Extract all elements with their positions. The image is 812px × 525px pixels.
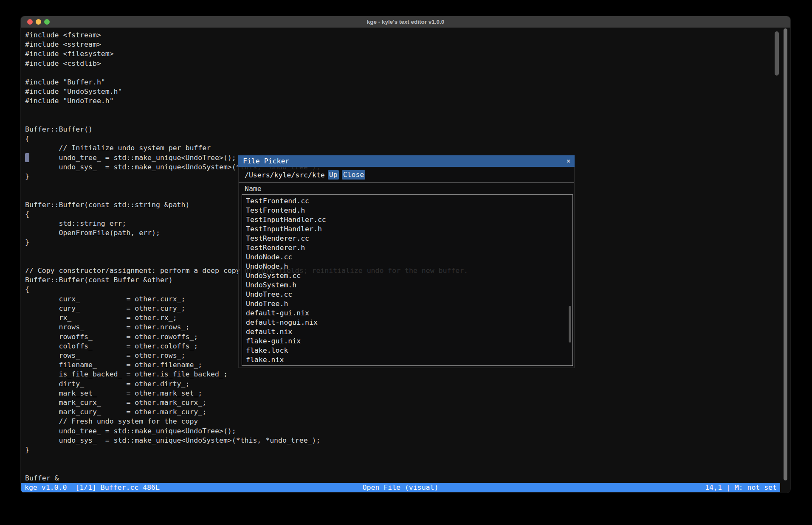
file-list[interactable]: TestFrontend.ccTestFrontend.hTestInputHa…: [242, 194, 573, 366]
list-item[interactable]: default.nix: [242, 327, 572, 337]
list-item[interactable]: UndoSystem.h: [242, 281, 572, 290]
up-button[interactable]: Up: [328, 170, 339, 180]
list-item[interactable]: TestInputHandler.cc: [242, 215, 572, 225]
editor-window: kge - kyle's text editor v1.0.0 #include…: [20, 16, 791, 493]
list-item[interactable]: TestFrontend.h: [242, 206, 572, 215]
list-item[interactable]: flake.nix: [242, 355, 572, 365]
list-item[interactable]: flake.lock: [242, 346, 572, 355]
list-item[interactable]: TestInputHandler.h: [242, 225, 572, 234]
list-item[interactable]: UndoSystem.cc: [242, 271, 572, 281]
list-scrollbar-thumb[interactable]: [569, 306, 571, 343]
list-item[interactable]: UndoTree.h: [242, 299, 572, 309]
list-item[interactable]: flake-gui.nix: [242, 337, 572, 346]
window-scrollbar-thumb[interactable]: [784, 28, 787, 480]
text-cursor: [25, 153, 29, 162]
window-title: kge - kyle's text editor v1.0.0: [21, 16, 790, 28]
window-titlebar[interactable]: kge - kyle's text editor v1.0.0: [21, 16, 790, 28]
close-button[interactable]: Close: [342, 170, 366, 180]
list-item[interactable]: TestRenderer.h: [242, 243, 572, 253]
list-item[interactable]: UndoTree.cc: [242, 290, 572, 299]
status-mode: Open File (visual): [21, 483, 780, 492]
editor-scrollbar-thumb[interactable]: [775, 31, 779, 76]
desktop: kge - kyle's text editor v1.0.0 #include…: [0, 0, 812, 525]
status-cursor-position: 14,1 | M: not set: [705, 483, 777, 492]
list-item[interactable]: TestRenderer.cc: [242, 234, 572, 243]
path-row: /Users/kyle/src/kte Up Close: [239, 167, 574, 182]
list-item[interactable]: UndoNode.h: [242, 262, 572, 271]
current-path: /Users/kyle/src/kte: [245, 171, 325, 179]
list-item[interactable]: UndoNode.cc: [242, 253, 572, 262]
dialog-title: File Picker: [238, 157, 289, 165]
file-picker-dialog: File Picker ✕ /Users/kyle/src/kte Up Clo…: [238, 155, 575, 368]
dialog-titlebar[interactable]: File Picker ✕: [238, 155, 575, 167]
close-icon[interactable]: ✕: [567, 155, 570, 167]
list-item[interactable]: default-nogui.nix: [242, 318, 572, 327]
list-item[interactable]: default-gui.nix: [242, 309, 572, 318]
divider: [239, 182, 574, 183]
list-item[interactable]: TestFrontend.cc: [242, 197, 572, 206]
status-bar: kge v1.0.0 [1/1] Buffer.cc 486L Open Fil…: [21, 483, 780, 492]
column-header-name: Name: [245, 185, 262, 193]
